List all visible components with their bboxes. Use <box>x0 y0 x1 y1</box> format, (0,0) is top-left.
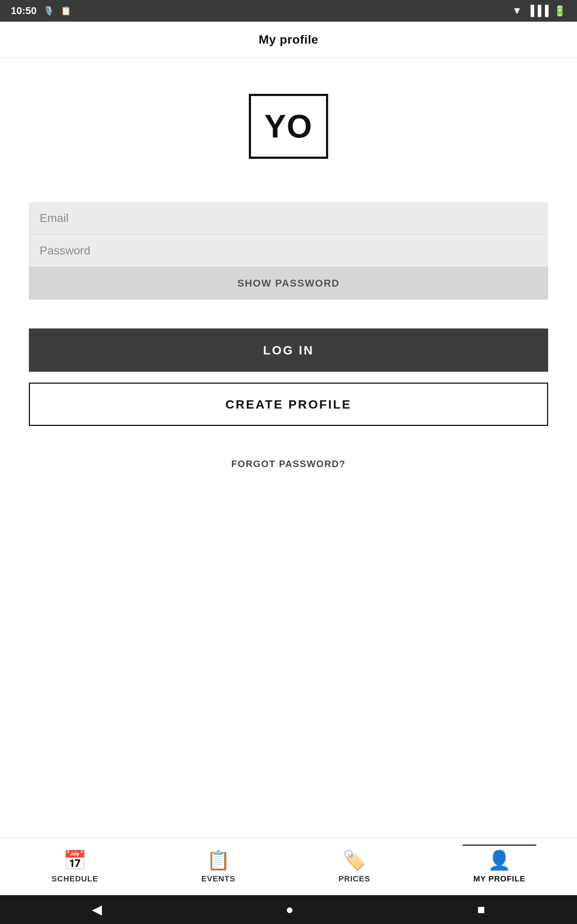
my-profile-label: MY PROFILE <box>474 874 525 884</box>
wifi-icon: ▼ <box>512 5 522 16</box>
top-navigation: My profile <box>0 22 577 58</box>
schedule-label: SCHEDULE <box>52 874 98 884</box>
action-buttons: LOG IN CREATE PROFILE FORGOT PASSWORD? <box>29 328 548 470</box>
logo-box: YO <box>249 94 328 159</box>
email-input[interactable] <box>29 202 548 234</box>
prices-label: PRICES <box>338 874 371 884</box>
clipboard-icon: 📋 <box>61 6 71 16</box>
show-password-button[interactable]: SHOW PASSWORD <box>29 267 548 300</box>
events-icon: 📋 <box>206 849 230 871</box>
battery-icon: 🔋 <box>554 5 566 17</box>
android-home-button[interactable]: ● <box>285 902 293 917</box>
main-content: YO SHOW PASSWORD LOG IN CREATE PROFILE F… <box>0 58 577 837</box>
create-profile-button[interactable]: CREATE PROFILE <box>29 383 548 426</box>
nav-item-my-profile[interactable]: 👤 MY PROFILE <box>463 845 536 887</box>
page-title: My profile <box>259 32 318 47</box>
status-bar-left: 10:50 🎙️ 📋 <box>11 5 71 16</box>
logo-text: YO <box>264 108 313 145</box>
android-navigation: ◀ ● ■ <box>0 895 577 924</box>
login-form: SHOW PASSWORD <box>29 202 548 300</box>
password-input[interactable] <box>29 234 548 267</box>
status-bar: 10:50 🎙️ 📋 ▼ ▐▐▐ 🔋 <box>0 0 577 22</box>
logo-container: YO <box>249 94 328 159</box>
events-label: EVENTS <box>201 874 235 884</box>
signal-icon: ▐▐▐ <box>527 5 548 16</box>
login-button[interactable]: LOG IN <box>29 328 548 372</box>
nav-item-schedule[interactable]: 📅 SCHEDULE <box>41 846 109 887</box>
bottom-navigation: 📅 SCHEDULE 📋 EVENTS 🏷️ PRICES 👤 MY PROFI… <box>0 837 577 895</box>
podcast-icon: 🎙️ <box>43 6 54 16</box>
schedule-icon: 📅 <box>63 849 87 871</box>
android-recent-button[interactable]: ■ <box>477 902 485 917</box>
my-profile-icon: 👤 <box>488 849 511 871</box>
nav-item-events[interactable]: 📋 EVENTS <box>190 846 246 887</box>
forgot-password-link[interactable]: FORGOT PASSWORD? <box>29 459 548 470</box>
time-display: 10:50 <box>11 5 37 16</box>
prices-icon: 🏷️ <box>343 849 366 871</box>
android-back-button[interactable]: ◀ <box>92 902 102 917</box>
status-bar-right: ▼ ▐▐▐ 🔋 <box>512 5 566 17</box>
nav-item-prices[interactable]: 🏷️ PRICES <box>328 846 381 887</box>
